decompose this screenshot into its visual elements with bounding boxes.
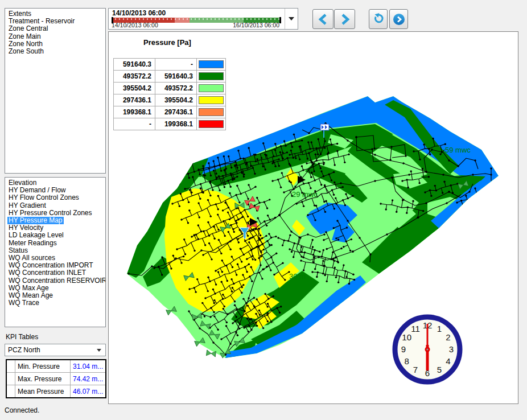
legend-color-swatch (199, 120, 224, 128)
kpi-row-label: Mean Pressure (15, 385, 71, 398)
legend-swatch-cell (197, 106, 226, 118)
clock-number: 9 (401, 344, 406, 354)
step-back-button[interactable] (312, 9, 334, 29)
zones-listbox[interactable]: ExtentsTreatment - ReservoirZone Central… (5, 8, 106, 174)
legend-swatch-cell (197, 59, 226, 71)
layer-list-item[interactable]: WQ Concentration RESERVOIR (7, 277, 105, 285)
clock-number: 5 (437, 365, 442, 374)
timeline-control[interactable]: 14/10/2013 06:00 14/10/2013 06:00 16/10/… (108, 8, 298, 30)
legend-from: 297436.1 (114, 94, 155, 106)
legend-color-swatch (199, 60, 224, 68)
timeline-current-value: 14/10/2013 06:00 (112, 9, 166, 17)
legend-from: 591640.3 (114, 59, 155, 71)
kpi-dropdown-value: PCZ North (8, 346, 40, 354)
legend-to: - (155, 59, 197, 71)
kpi-row-stub (6, 360, 15, 373)
legend-swatch-cell (197, 94, 226, 106)
play-circle-icon (393, 13, 405, 26)
chevron-left-icon (317, 13, 330, 26)
legend-color-swatch (199, 72, 224, 80)
legend-from: - (114, 118, 155, 130)
application-window: ExtentsTreatment - ReservoirZone Central… (0, 0, 527, 420)
play-button[interactable] (389, 9, 408, 29)
legend-to: 395504.2 (155, 94, 197, 106)
legend-to: 591640.3 (155, 71, 197, 83)
legend-color-swatch (199, 84, 224, 92)
timeline-end-marker (279, 17, 281, 23)
legend-row: 199368.1297436.1 (114, 106, 226, 118)
legend-swatch-cell (197, 118, 226, 130)
kpi-row-value: 74.42 m... (71, 373, 106, 385)
map-panel[interactable]: 59 mwc29 mwc30 m123456789101112 Pressure… (108, 31, 518, 404)
kpi-row: Min. Pressure31.04 m... (6, 360, 106, 373)
layer-list-item[interactable]: WQ Concentration INLET (7, 269, 105, 277)
legend-from: 493572.2 (114, 71, 155, 83)
layer-list-item[interactable]: HY Flow Control Zones (7, 194, 105, 201)
undo-icon (372, 13, 385, 26)
legend-to: 493572.2 (155, 83, 197, 94)
legend-color-swatch (199, 108, 224, 116)
clock-number: 2 (446, 332, 450, 342)
map-annotation: 30 m (289, 272, 306, 281)
layer-list-item[interactable]: LD Leakage Level (7, 232, 105, 239)
zone-list-item[interactable]: Zone Main (7, 33, 105, 40)
kpi-row: Max. Pressure74.42 m... (6, 373, 106, 385)
kpi-row-label: Min. Pressure (15, 360, 71, 373)
timeline-start-label: 14/10/2013 06:00 (112, 22, 158, 28)
layers-listbox[interactable]: ElevationHY Demand / FlowHY Flow Control… (5, 177, 106, 327)
kpi-row-stub (6, 385, 15, 398)
layer-list-item[interactable]: Meter Readings (7, 240, 105, 247)
kpi-row-label: Max. Pressure (15, 373, 71, 385)
legend-swatch-cell (197, 83, 226, 94)
kpi-tables-label: KPI Tables (6, 333, 38, 341)
clock-number: 8 (404, 356, 409, 366)
chevron-down-icon (97, 349, 101, 352)
legend-to: 199368.1 (155, 118, 197, 130)
layer-list-item[interactable]: HY Gradient (7, 202, 105, 209)
layer-list-item[interactable]: WQ Trace (7, 299, 105, 307)
chevron-down-icon (289, 17, 294, 20)
zone-list-item[interactable]: Zone Central (7, 25, 105, 32)
legend-title: Pressure [Pa] (113, 38, 221, 47)
kpi-row-value: 46.07 m... (71, 385, 106, 398)
map-annotation: 29 mwc (292, 190, 318, 199)
clock-number: 4 (446, 356, 450, 366)
zone-list-item[interactable]: Zone South (7, 48, 105, 55)
map-annotation: 59 mwc (445, 146, 471, 154)
step-forward-button[interactable] (334, 9, 355, 29)
legend-row: 395504.2493572.2 (114, 83, 226, 94)
kpi-row-stub (6, 373, 15, 385)
kpi-values-table: Min. Pressure31.04 m...Max. Pressure74.4… (6, 359, 106, 398)
chevron-right-icon (339, 13, 351, 26)
clock-number: 11 (411, 324, 420, 333)
legend-swatch-cell (197, 71, 226, 83)
legend-to: 297436.1 (155, 106, 197, 118)
timeline-end-label: 16/10/2013 06:00 (233, 22, 279, 28)
kpi-table-dropdown[interactable]: PCZ North (5, 344, 106, 356)
status-bar-text: Connected. (5, 406, 39, 414)
pressure-legend: 591640.3-493572.2591640.3395504.2493572.… (113, 58, 226, 130)
kpi-row: Mean Pressure46.07 m... (6, 385, 106, 398)
clock-number: 1 (437, 324, 442, 333)
legend-row: 493572.2591640.3 (114, 71, 226, 83)
legend-from: 395504.2 (114, 83, 155, 94)
timeline-dropdown-button[interactable] (285, 9, 298, 29)
clock: 123456789101112 (395, 317, 460, 382)
legend-from: 199368.1 (114, 106, 155, 118)
legend-row: 297436.1395504.2 (114, 94, 226, 106)
kpi-row-value: 31.04 m... (71, 360, 106, 373)
clock-number: 3 (449, 344, 454, 354)
legend-row: -199368.1 (114, 118, 226, 130)
reset-button[interactable] (369, 9, 388, 29)
legend-color-swatch (199, 96, 224, 104)
clock-number: 7 (413, 365, 418, 374)
clock-number: 10 (402, 332, 411, 342)
legend-row: 591640.3- (114, 59, 226, 71)
